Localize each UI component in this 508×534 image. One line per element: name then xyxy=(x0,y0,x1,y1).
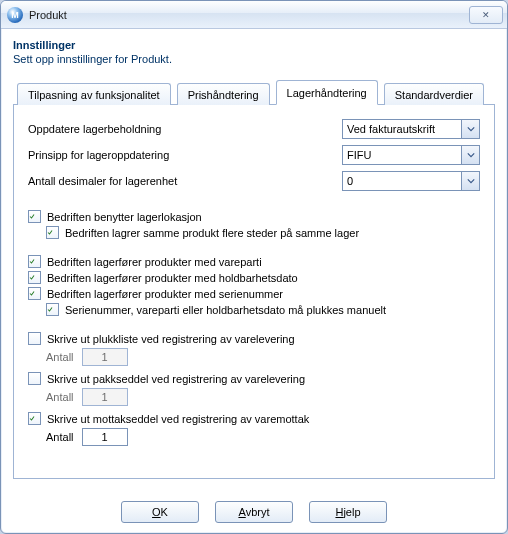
checkbox-pakkseddel[interactable] xyxy=(28,372,41,385)
label-plukkes-manuelt: Serienummer, vareparti eller holdbarhets… xyxy=(65,304,386,316)
chevron-down-icon[interactable] xyxy=(461,120,479,138)
label-prinsipp: Prinsipp for lageroppdatering xyxy=(28,149,342,161)
checkbox-lagerlokasjon[interactable] xyxy=(28,210,41,223)
button-bar: OK Avbryt Hjelp xyxy=(1,501,507,523)
combo-prinsipp[interactable]: FIFU xyxy=(342,145,480,165)
label-pakkseddel-antall: Antall xyxy=(46,391,74,403)
label-plukkliste-antall: Antall xyxy=(46,351,74,363)
checkbox-samme-produkt[interactable] xyxy=(46,226,59,239)
label-desimaler: Antall desimaler for lagerenhet xyxy=(28,175,342,187)
close-button[interactable]: ✕ xyxy=(469,6,503,24)
label-lagerlokasjon: Bedriften benytter lagerlokasjon xyxy=(47,211,202,223)
tab-strip: Tilpasning av funksjonalitet Prishåndter… xyxy=(13,79,495,105)
app-icon: M xyxy=(7,7,23,23)
dialog-window: M Produkt ✕ Innstillinger Sett opp innst… xyxy=(0,0,508,534)
tab-tilpasning[interactable]: Tilpasning av funksjonalitet xyxy=(17,83,171,105)
combo-oppdatere[interactable]: Ved fakturautskrift xyxy=(342,119,480,139)
ok-button[interactable]: OK xyxy=(121,501,199,523)
cancel-button[interactable]: Avbryt xyxy=(215,501,293,523)
header-block: Innstillinger Sett opp innstillinger for… xyxy=(13,39,495,65)
label-mottakseddel: Skrive ut mottakseddel ved registrering … xyxy=(47,413,309,425)
label-pakkseddel: Skrive ut pakkseddel ved registrering av… xyxy=(47,373,305,385)
tab-panel: Oppdatere lagerbeholdning Ved fakturauts… xyxy=(13,105,495,479)
header-subtitle: Sett opp innstillinger for Produkt. xyxy=(13,53,172,65)
help-button[interactable]: Hjelp xyxy=(309,501,387,523)
combo-desimaler[interactable]: 0 xyxy=(342,171,480,191)
input-pakkseddel-antall: 1 xyxy=(82,388,128,406)
combo-prinsipp-value: FIFU xyxy=(343,149,461,161)
checkbox-mottakseddel[interactable] xyxy=(28,412,41,425)
label-mottakseddel-antall: Antall xyxy=(46,431,74,443)
checkbox-serienummer[interactable] xyxy=(28,287,41,300)
window-title: Produkt xyxy=(29,9,469,21)
input-mottakseddel-antall[interactable]: 1 xyxy=(82,428,128,446)
chevron-down-icon[interactable] xyxy=(461,146,479,164)
checkbox-plukkliste[interactable] xyxy=(28,332,41,345)
combo-oppdatere-value: Ved fakturautskrift xyxy=(343,123,461,135)
tab-lagerhandtering[interactable]: Lagerhåndtering xyxy=(276,80,378,105)
label-serienummer: Bedriften lagerfører produkter med serie… xyxy=(47,288,283,300)
checkbox-holdbarhetsdato[interactable] xyxy=(28,271,41,284)
label-vareparti: Bedriften lagerfører produkter med varep… xyxy=(47,256,262,268)
checkbox-vareparti[interactable] xyxy=(28,255,41,268)
label-samme-produkt: Bedriften lagrer samme produkt flere ste… xyxy=(65,227,359,239)
label-oppdatere: Oppdatere lagerbeholdning xyxy=(28,123,342,135)
content-area: Innstillinger Sett opp innstillinger for… xyxy=(1,29,507,479)
tab-prishandtering[interactable]: Prishåndtering xyxy=(177,83,270,105)
tab-standardverdier[interactable]: Standardverdier xyxy=(384,83,484,105)
input-plukkliste-antall: 1 xyxy=(82,348,128,366)
chevron-down-icon[interactable] xyxy=(461,172,479,190)
label-holdbarhetsdato: Bedriften lagerfører produkter med holdb… xyxy=(47,272,298,284)
label-plukkliste: Skrive ut plukkliste ved registrering av… xyxy=(47,333,295,345)
header-title: Innstillinger xyxy=(13,39,172,51)
checkbox-plukkes-manuelt[interactable] xyxy=(46,303,59,316)
combo-desimaler-value: 0 xyxy=(343,175,461,187)
titlebar: M Produkt ✕ xyxy=(1,1,507,29)
